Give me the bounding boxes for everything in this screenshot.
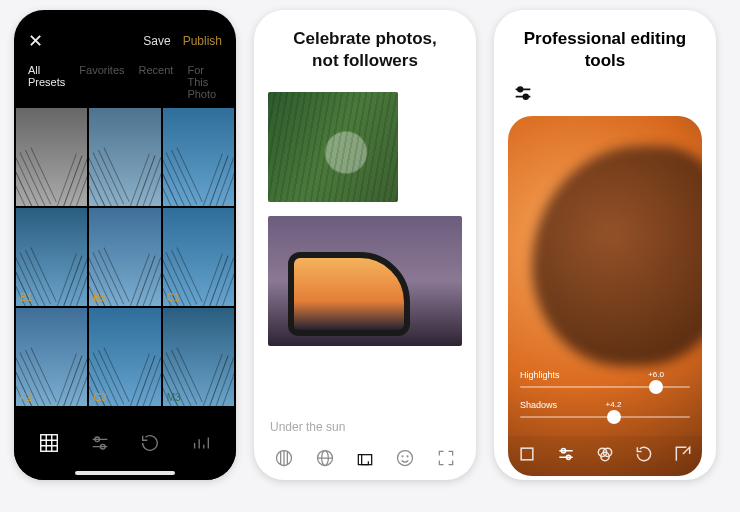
sliders-icon[interactable]	[556, 444, 576, 468]
expand-icon[interactable]	[436, 448, 456, 472]
history-icon[interactable]	[634, 444, 654, 468]
preset-grid: B1B5C1F2G3M3	[14, 108, 236, 406]
globe-icon[interactable]	[315, 448, 335, 472]
headline-line2: tools	[514, 50, 696, 72]
preset-tabs: All Presets Favorites Recent For This Ph…	[14, 56, 236, 108]
presets-screen: ✕ Save Publish All Presets Favorites Rec…	[14, 10, 236, 480]
compose-toolbar	[254, 440, 476, 480]
close-icon[interactable]: ✕	[28, 32, 43, 50]
caption-input[interactable]: Under the sun	[270, 420, 345, 434]
tab-all-presets[interactable]: All Presets	[28, 64, 65, 100]
preset-tile[interactable]: F2	[16, 308, 87, 406]
svg-rect-20	[362, 455, 372, 465]
svg-rect-0	[41, 435, 58, 452]
slider-highlights[interactable]: Highlights +6.0	[520, 370, 690, 388]
editor-screen: Professional editing tools Highlights +6…	[494, 10, 716, 480]
levels-icon[interactable]	[187, 429, 215, 457]
globe-lines-icon[interactable]	[274, 448, 294, 472]
svg-point-25	[518, 87, 523, 92]
preset-tile[interactable]: B5	[89, 208, 160, 306]
svg-point-22	[402, 456, 403, 457]
preset-label: G3	[93, 392, 106, 403]
headline-line1: Professional editing	[514, 28, 696, 50]
feed-photo-mirror[interactable]	[268, 216, 462, 346]
filters-icon[interactable]	[595, 444, 615, 468]
tab-for-this-photo[interactable]: For This Photo	[187, 64, 222, 100]
preset-label: B1	[20, 292, 32, 303]
preset-label: C1	[167, 292, 180, 303]
history-icon[interactable]	[136, 429, 164, 457]
preset-tile[interactable]	[163, 108, 234, 206]
slider-label: Highlights	[520, 370, 560, 380]
headline-line2: not followers	[274, 50, 456, 72]
preset-label: B5	[93, 292, 105, 303]
preset-tile[interactable]	[89, 108, 160, 206]
feed-screen: Celebrate photos, not followers Under th…	[254, 10, 476, 480]
emoji-icon[interactable]	[395, 448, 415, 472]
slider-shadows[interactable]: Shadows +4.2	[520, 400, 690, 418]
svg-point-23	[407, 456, 408, 457]
slider-value: +6.0	[648, 370, 664, 379]
preset-tile[interactable]: G3	[89, 308, 160, 406]
preset-tile[interactable]: M3	[163, 308, 234, 406]
export-icon[interactable]	[673, 444, 693, 468]
tab-favorites[interactable]: Favorites	[79, 64, 124, 100]
slider-value: +4.2	[606, 400, 622, 409]
editor-bottom-toolbar	[508, 436, 702, 476]
slider-label: Shadows	[520, 400, 557, 410]
svg-rect-28	[522, 448, 534, 460]
grid-icon[interactable]	[35, 429, 63, 457]
publish-button[interactable]: Publish	[183, 34, 222, 48]
preset-tile[interactable]	[16, 108, 87, 206]
headline-line1: Celebrate photos,	[274, 28, 456, 50]
crop-icon[interactable]	[517, 444, 537, 468]
headline: Professional editing tools	[494, 10, 716, 78]
svg-point-27	[523, 95, 528, 100]
stack-icon[interactable]	[355, 448, 375, 472]
preset-tile[interactable]: C1	[163, 208, 234, 306]
photo-preview[interactable]: Highlights +6.0 Shadows +4.2	[508, 116, 702, 476]
feed-photo-grass[interactable]	[268, 92, 398, 202]
home-indicator	[75, 471, 175, 475]
preset-tile[interactable]: B1	[16, 208, 87, 306]
preset-label: M3	[167, 392, 181, 403]
slider-knob[interactable]	[607, 410, 621, 424]
tab-recent[interactable]: Recent	[139, 64, 174, 100]
slider-knob[interactable]	[649, 380, 663, 394]
preset-label: F2	[20, 392, 32, 403]
svg-point-21	[398, 451, 413, 466]
headline: Celebrate photos, not followers	[254, 10, 476, 82]
adjust-icon[interactable]	[494, 78, 716, 112]
sliders-icon[interactable]	[86, 429, 114, 457]
save-button[interactable]: Save	[143, 34, 170, 48]
